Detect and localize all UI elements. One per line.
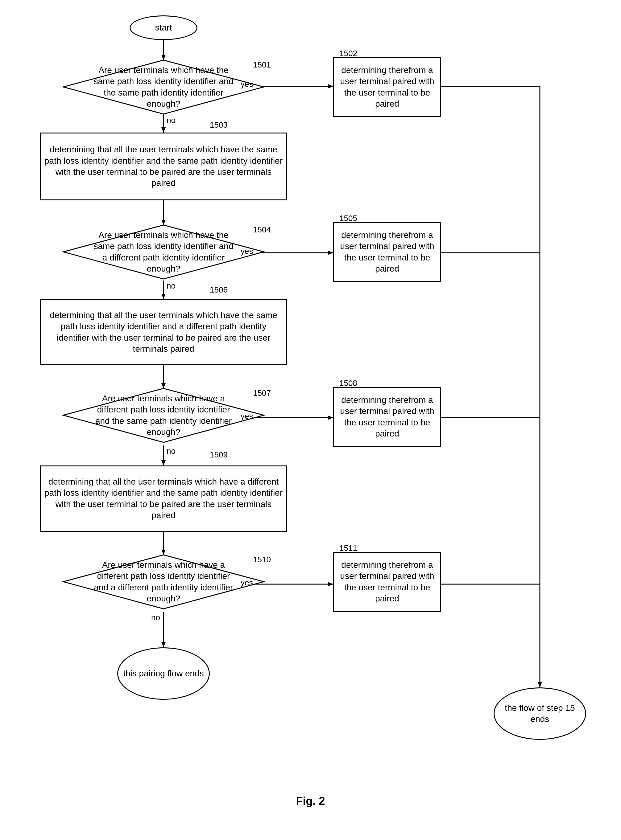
diamond-1501-text: Are user terminals which have the same p…: [89, 62, 238, 113]
svg-marker-23: [161, 642, 166, 647]
end-step15-oval: the flow of step 15 ends: [494, 687, 586, 740]
svg-marker-5: [161, 127, 166, 133]
svg-marker-9: [328, 251, 333, 255]
rect-1505-text: determining therefrom a user terminal pa…: [336, 230, 438, 275]
rect-1505: determining therefrom a user terminal pa…: [333, 222, 441, 282]
no-label-1510: no: [151, 613, 160, 622]
start-oval: start: [130, 15, 197, 40]
rect-1508-text: determining therefrom a user terminal pa…: [336, 394, 438, 440]
label-1510: 1510: [253, 555, 271, 564]
label-1505: 1505: [339, 214, 357, 223]
rect-1509-text: determining that all the user terminals …: [44, 476, 283, 521]
diamond-1501: Are user terminals which have the same p…: [62, 59, 265, 116]
svg-marker-3: [328, 84, 333, 88]
label-1501: 1501: [253, 60, 271, 69]
rect-1511: determining therefrom a user terminal pa…: [333, 552, 441, 612]
label-1504: 1504: [253, 225, 271, 234]
no-label-1504: no: [167, 281, 176, 291]
figure-caption: Fig. 2: [0, 795, 621, 808]
rect-1511-text: determining therefrom a user terminal pa…: [336, 559, 438, 604]
diamond-1507: Are user terminals which have a differen…: [62, 387, 265, 444]
yes-label-1501: yes: [241, 80, 253, 89]
diamond-1504-text: Are user terminals which have the same p…: [89, 227, 238, 278]
label-1502: 1502: [339, 49, 357, 58]
rect-1502-text: determining therefrom a user terminal pa…: [336, 65, 438, 110]
label-1508: 1508: [339, 379, 357, 388]
svg-marker-15: [328, 415, 333, 420]
label-1511: 1511: [339, 544, 357, 553]
label-1506: 1506: [210, 285, 228, 295]
rect-1506: determining that all the user terminals …: [40, 299, 287, 365]
yes-label-1504: yes: [241, 246, 253, 256]
diamond-1504: Are user terminals which have the same p…: [62, 224, 265, 281]
end-pairing-label: this pairing flow ends: [123, 668, 204, 679]
yes-label-1510: yes: [241, 578, 253, 588]
start-label: start: [155, 22, 172, 33]
svg-marker-11: [161, 294, 166, 299]
svg-marker-30: [538, 682, 542, 687]
svg-marker-17: [161, 460, 166, 465]
label-1503: 1503: [210, 120, 228, 130]
rect-1502: determining therefrom a user terminal pa…: [333, 57, 441, 117]
diamond-1507-text: Are user terminals which have a differen…: [89, 390, 238, 441]
rect-1503: determining that all the user terminals …: [40, 133, 287, 200]
diagram-container: start Are user terminals which have the …: [0, 0, 621, 817]
svg-marker-21: [328, 582, 333, 586]
no-label-1507: no: [167, 446, 176, 456]
label-1509: 1509: [210, 450, 228, 459]
label-1507: 1507: [253, 388, 271, 398]
yes-label-1507: yes: [241, 411, 253, 421]
no-label-1501: no: [167, 116, 176, 125]
rect-1508: determining therefrom a user terminal pa…: [333, 387, 441, 447]
rect-1503-text: determining that all the user terminals …: [44, 144, 283, 189]
diamond-1510: Are user terminals which have a differen…: [62, 553, 265, 610]
rect-1509: determining that all the user terminals …: [40, 465, 287, 532]
diamond-1510-text: Are user terminals which have a differen…: [89, 556, 238, 607]
rect-1506-text: determining that all the user terminals …: [44, 310, 283, 355]
end-step15-label: the flow of step 15 ends: [495, 703, 585, 725]
end-pairing-oval: this pairing flow ends: [117, 647, 210, 700]
